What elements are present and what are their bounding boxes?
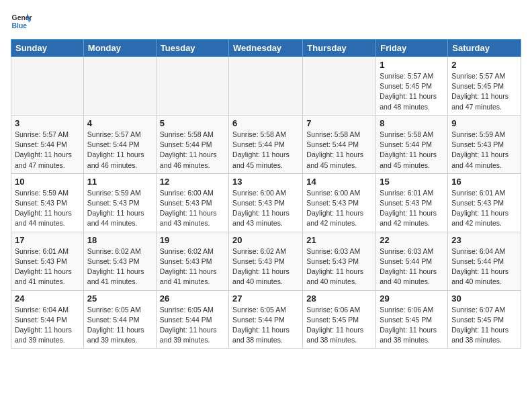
day-info: Sunrise: 6:06 AM Sunset: 5:45 PM Dayligh… xyxy=(306,305,372,346)
col-header-thursday: Thursday xyxy=(303,40,376,57)
calendar-cell: 20Sunrise: 6:02 AM Sunset: 5:43 PM Dayli… xyxy=(229,232,303,290)
day-info: Sunrise: 5:57 AM Sunset: 5:44 PM Dayligh… xyxy=(15,130,80,171)
day-info: Sunrise: 5:58 AM Sunset: 5:44 PM Dayligh… xyxy=(160,130,225,171)
calendar-cell: 3Sunrise: 5:57 AM Sunset: 5:44 PM Daylig… xyxy=(11,115,84,173)
day-info: Sunrise: 5:57 AM Sunset: 5:44 PM Dayligh… xyxy=(87,130,152,171)
day-number: 16 xyxy=(451,177,517,187)
day-info: Sunrise: 6:04 AM Sunset: 5:44 PM Dayligh… xyxy=(15,305,80,346)
calendar-cell: 14Sunrise: 6:00 AM Sunset: 5:43 PM Dayli… xyxy=(303,173,376,232)
calendar-cell xyxy=(156,57,228,116)
day-info: Sunrise: 6:03 AM Sunset: 5:43 PM Dayligh… xyxy=(306,246,372,287)
calendar-cell: 18Sunrise: 6:02 AM Sunset: 5:43 PM Dayli… xyxy=(83,232,156,290)
day-info: Sunrise: 6:05 AM Sunset: 5:44 PM Dayligh… xyxy=(87,305,152,346)
calendar-table: SundayMondayTuesdayWednesdayThursdayFrid… xyxy=(11,39,521,349)
calendar-cell: 25Sunrise: 6:05 AM Sunset: 5:44 PM Dayli… xyxy=(83,290,156,349)
calendar-cell: 27Sunrise: 6:05 AM Sunset: 5:44 PM Dayli… xyxy=(229,290,303,349)
day-number: 17 xyxy=(15,235,80,245)
calendar-cell: 24Sunrise: 6:04 AM Sunset: 5:44 PM Dayli… xyxy=(11,290,84,349)
day-info: Sunrise: 6:05 AM Sunset: 5:44 PM Dayligh… xyxy=(160,305,225,346)
svg-text:Blue: Blue xyxy=(12,22,28,30)
day-number: 2 xyxy=(451,60,517,70)
calendar-cell: 5Sunrise: 5:58 AM Sunset: 5:44 PM Daylig… xyxy=(156,115,228,173)
day-number: 11 xyxy=(87,177,152,187)
logo-icon: General Blue xyxy=(11,11,32,32)
day-number: 22 xyxy=(380,235,444,245)
day-number: 25 xyxy=(87,293,152,304)
day-info: Sunrise: 5:59 AM Sunset: 5:43 PM Dayligh… xyxy=(15,188,80,229)
day-number: 8 xyxy=(380,118,444,128)
calendar-cell: 30Sunrise: 6:07 AM Sunset: 5:45 PM Dayli… xyxy=(448,290,521,349)
day-info: Sunrise: 5:57 AM Sunset: 5:45 PM Dayligh… xyxy=(380,71,444,112)
day-info: Sunrise: 6:01 AM Sunset: 5:43 PM Dayligh… xyxy=(15,246,80,287)
calendar-cell: 6Sunrise: 5:58 AM Sunset: 5:44 PM Daylig… xyxy=(229,115,303,173)
day-info: Sunrise: 6:00 AM Sunset: 5:43 PM Dayligh… xyxy=(232,188,299,229)
calendar-cell: 22Sunrise: 6:03 AM Sunset: 5:44 PM Dayli… xyxy=(376,232,448,290)
col-header-friday: Friday xyxy=(376,40,448,57)
day-number: 27 xyxy=(232,293,299,304)
calendar-cell: 23Sunrise: 6:04 AM Sunset: 5:44 PM Dayli… xyxy=(448,232,521,290)
calendar-header-row: SundayMondayTuesdayWednesdayThursdayFrid… xyxy=(11,40,521,57)
calendar-cell xyxy=(229,57,303,116)
day-number: 23 xyxy=(451,235,517,245)
calendar-cell: 9Sunrise: 5:59 AM Sunset: 5:43 PM Daylig… xyxy=(448,115,521,173)
calendar-cell: 11Sunrise: 5:59 AM Sunset: 5:43 PM Dayli… xyxy=(83,173,156,232)
day-info: Sunrise: 6:02 AM Sunset: 5:43 PM Dayligh… xyxy=(232,246,299,287)
day-info: Sunrise: 5:58 AM Sunset: 5:44 PM Dayligh… xyxy=(306,130,372,171)
calendar-cell: 17Sunrise: 6:01 AM Sunset: 5:43 PM Dayli… xyxy=(11,232,84,290)
day-number: 21 xyxy=(306,235,372,245)
calendar-week-row: 17Sunrise: 6:01 AM Sunset: 5:43 PM Dayli… xyxy=(11,232,521,290)
calendar-cell: 1Sunrise: 5:57 AM Sunset: 5:45 PM Daylig… xyxy=(376,57,448,116)
day-number: 10 xyxy=(15,177,80,187)
day-info: Sunrise: 5:59 AM Sunset: 5:43 PM Dayligh… xyxy=(451,130,517,171)
calendar-week-row: 24Sunrise: 6:04 AM Sunset: 5:44 PM Dayli… xyxy=(11,290,521,349)
calendar-week-row: 3Sunrise: 5:57 AM Sunset: 5:44 PM Daylig… xyxy=(11,115,521,173)
calendar-week-row: 1Sunrise: 5:57 AM Sunset: 5:45 PM Daylig… xyxy=(11,57,521,116)
day-info: Sunrise: 6:05 AM Sunset: 5:44 PM Dayligh… xyxy=(232,305,299,346)
calendar-cell: 19Sunrise: 6:02 AM Sunset: 5:43 PM Dayli… xyxy=(156,232,228,290)
calendar-cell xyxy=(303,57,376,116)
day-number: 7 xyxy=(306,118,372,128)
col-header-saturday: Saturday xyxy=(448,40,521,57)
day-number: 12 xyxy=(160,177,225,187)
day-info: Sunrise: 6:00 AM Sunset: 5:43 PM Dayligh… xyxy=(160,188,225,229)
day-number: 9 xyxy=(451,118,517,128)
day-info: Sunrise: 6:07 AM Sunset: 5:45 PM Dayligh… xyxy=(451,305,517,346)
calendar-cell: 7Sunrise: 5:58 AM Sunset: 5:44 PM Daylig… xyxy=(303,115,376,173)
day-number: 6 xyxy=(232,118,299,128)
day-info: Sunrise: 6:01 AM Sunset: 5:43 PM Dayligh… xyxy=(451,188,517,229)
day-number: 18 xyxy=(87,235,152,245)
day-info: Sunrise: 6:04 AM Sunset: 5:44 PM Dayligh… xyxy=(451,246,517,287)
day-info: Sunrise: 6:02 AM Sunset: 5:43 PM Dayligh… xyxy=(160,246,225,287)
day-number: 19 xyxy=(160,235,225,245)
logo: General Blue xyxy=(11,11,32,32)
day-info: Sunrise: 6:00 AM Sunset: 5:43 PM Dayligh… xyxy=(306,188,372,229)
day-number: 30 xyxy=(451,293,517,304)
col-header-tuesday: Tuesday xyxy=(156,40,228,57)
day-info: Sunrise: 5:57 AM Sunset: 5:45 PM Dayligh… xyxy=(451,71,517,112)
calendar-cell: 4Sunrise: 5:57 AM Sunset: 5:44 PM Daylig… xyxy=(83,115,156,173)
day-info: Sunrise: 6:06 AM Sunset: 5:45 PM Dayligh… xyxy=(380,305,444,346)
day-number: 15 xyxy=(380,177,444,187)
page-header: General Blue xyxy=(11,11,521,32)
calendar-cell: 10Sunrise: 5:59 AM Sunset: 5:43 PM Dayli… xyxy=(11,173,84,232)
day-info: Sunrise: 6:03 AM Sunset: 5:44 PM Dayligh… xyxy=(380,246,444,287)
calendar-cell xyxy=(11,57,84,116)
day-number: 3 xyxy=(15,118,80,128)
calendar-cell: 2Sunrise: 5:57 AM Sunset: 5:45 PM Daylig… xyxy=(448,57,521,116)
day-info: Sunrise: 6:02 AM Sunset: 5:43 PM Dayligh… xyxy=(87,246,152,287)
calendar-cell: 29Sunrise: 6:06 AM Sunset: 5:45 PM Dayli… xyxy=(376,290,448,349)
day-info: Sunrise: 6:01 AM Sunset: 5:43 PM Dayligh… xyxy=(380,188,444,229)
day-info: Sunrise: 5:58 AM Sunset: 5:44 PM Dayligh… xyxy=(380,130,444,171)
day-number: 26 xyxy=(160,293,225,304)
calendar-cell: 21Sunrise: 6:03 AM Sunset: 5:43 PM Dayli… xyxy=(303,232,376,290)
day-number: 28 xyxy=(306,293,372,304)
calendar-cell: 28Sunrise: 6:06 AM Sunset: 5:45 PM Dayli… xyxy=(303,290,376,349)
day-number: 24 xyxy=(15,293,80,304)
day-number: 1 xyxy=(380,60,444,70)
calendar-cell: 8Sunrise: 5:58 AM Sunset: 5:44 PM Daylig… xyxy=(376,115,448,173)
calendar-cell: 15Sunrise: 6:01 AM Sunset: 5:43 PM Dayli… xyxy=(376,173,448,232)
col-header-sunday: Sunday xyxy=(11,40,84,57)
day-info: Sunrise: 5:59 AM Sunset: 5:43 PM Dayligh… xyxy=(87,188,152,229)
day-number: 29 xyxy=(380,293,444,304)
calendar-cell: 16Sunrise: 6:01 AM Sunset: 5:43 PM Dayli… xyxy=(448,173,521,232)
